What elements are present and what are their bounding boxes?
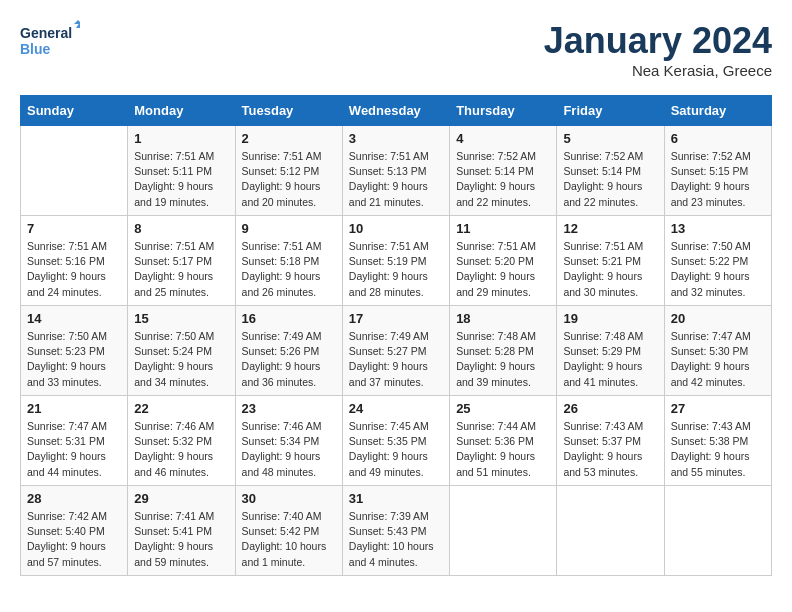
calendar-cell: 20 Sunrise: 7:47 AMSunset: 5:30 PMDaylig… [664,306,771,396]
day-info: Sunrise: 7:50 AMSunset: 5:23 PMDaylight:… [27,329,121,390]
calendar-cell: 1 Sunrise: 7:51 AMSunset: 5:11 PMDayligh… [128,126,235,216]
column-header-sunday: Sunday [21,96,128,126]
day-number: 25 [456,401,550,416]
day-info: Sunrise: 7:52 AMSunset: 5:14 PMDaylight:… [563,149,657,210]
day-number: 11 [456,221,550,236]
column-header-wednesday: Wednesday [342,96,449,126]
calendar-cell: 5 Sunrise: 7:52 AMSunset: 5:14 PMDayligh… [557,126,664,216]
day-number: 9 [242,221,336,236]
calendar-week-row: 7 Sunrise: 7:51 AMSunset: 5:16 PMDayligh… [21,216,772,306]
day-number: 28 [27,491,121,506]
day-number: 19 [563,311,657,326]
day-info: Sunrise: 7:52 AMSunset: 5:14 PMDaylight:… [456,149,550,210]
day-number: 4 [456,131,550,146]
calendar-cell [557,486,664,576]
day-number: 22 [134,401,228,416]
calendar-cell: 28 Sunrise: 7:42 AMSunset: 5:40 PMDaylig… [21,486,128,576]
calendar-cell: 2 Sunrise: 7:51 AMSunset: 5:12 PMDayligh… [235,126,342,216]
day-number: 12 [563,221,657,236]
day-info: Sunrise: 7:48 AMSunset: 5:29 PMDaylight:… [563,329,657,390]
column-header-saturday: Saturday [664,96,771,126]
day-info: Sunrise: 7:48 AMSunset: 5:28 PMDaylight:… [456,329,550,390]
day-info: Sunrise: 7:43 AMSunset: 5:38 PMDaylight:… [671,419,765,480]
day-info: Sunrise: 7:47 AMSunset: 5:30 PMDaylight:… [671,329,765,390]
day-number: 23 [242,401,336,416]
calendar-cell: 23 Sunrise: 7:46 AMSunset: 5:34 PMDaylig… [235,396,342,486]
calendar-table: SundayMondayTuesdayWednesdayThursdayFrid… [20,95,772,576]
day-info: Sunrise: 7:51 AMSunset: 5:20 PMDaylight:… [456,239,550,300]
day-number: 20 [671,311,765,326]
calendar-cell: 13 Sunrise: 7:50 AMSunset: 5:22 PMDaylig… [664,216,771,306]
day-info: Sunrise: 7:46 AMSunset: 5:34 PMDaylight:… [242,419,336,480]
day-info: Sunrise: 7:46 AMSunset: 5:32 PMDaylight:… [134,419,228,480]
calendar-cell: 17 Sunrise: 7:49 AMSunset: 5:27 PMDaylig… [342,306,449,396]
page-header: General Blue January 2024 Nea Kerasia, G… [20,20,772,79]
day-number: 16 [242,311,336,326]
calendar-week-row: 28 Sunrise: 7:42 AMSunset: 5:40 PMDaylig… [21,486,772,576]
calendar-cell: 8 Sunrise: 7:51 AMSunset: 5:17 PMDayligh… [128,216,235,306]
column-header-monday: Monday [128,96,235,126]
day-number: 15 [134,311,228,326]
calendar-week-row: 14 Sunrise: 7:50 AMSunset: 5:23 PMDaylig… [21,306,772,396]
calendar-cell: 27 Sunrise: 7:43 AMSunset: 5:38 PMDaylig… [664,396,771,486]
day-info: Sunrise: 7:51 AMSunset: 5:18 PMDaylight:… [242,239,336,300]
day-info: Sunrise: 7:43 AMSunset: 5:37 PMDaylight:… [563,419,657,480]
day-info: Sunrise: 7:47 AMSunset: 5:31 PMDaylight:… [27,419,121,480]
calendar-cell: 31 Sunrise: 7:39 AMSunset: 5:43 PMDaylig… [342,486,449,576]
calendar-cell: 18 Sunrise: 7:48 AMSunset: 5:28 PMDaylig… [450,306,557,396]
calendar-cell: 15 Sunrise: 7:50 AMSunset: 5:24 PMDaylig… [128,306,235,396]
calendar-cell: 11 Sunrise: 7:51 AMSunset: 5:20 PMDaylig… [450,216,557,306]
calendar-cell: 21 Sunrise: 7:47 AMSunset: 5:31 PMDaylig… [21,396,128,486]
svg-text:General: General [20,25,72,41]
day-info: Sunrise: 7:41 AMSunset: 5:41 PMDaylight:… [134,509,228,570]
logo-svg: General Blue [20,20,80,60]
calendar-cell: 14 Sunrise: 7:50 AMSunset: 5:23 PMDaylig… [21,306,128,396]
column-header-thursday: Thursday [450,96,557,126]
calendar-cell [450,486,557,576]
day-number: 29 [134,491,228,506]
calendar-cell [664,486,771,576]
day-info: Sunrise: 7:42 AMSunset: 5:40 PMDaylight:… [27,509,121,570]
calendar-cell: 22 Sunrise: 7:46 AMSunset: 5:32 PMDaylig… [128,396,235,486]
day-info: Sunrise: 7:51 AMSunset: 5:13 PMDaylight:… [349,149,443,210]
logo: General Blue [20,20,80,60]
calendar-week-row: 1 Sunrise: 7:51 AMSunset: 5:11 PMDayligh… [21,126,772,216]
calendar-header-row: SundayMondayTuesdayWednesdayThursdayFrid… [21,96,772,126]
calendar-cell: 3 Sunrise: 7:51 AMSunset: 5:13 PMDayligh… [342,126,449,216]
day-info: Sunrise: 7:49 AMSunset: 5:26 PMDaylight:… [242,329,336,390]
calendar-cell: 30 Sunrise: 7:40 AMSunset: 5:42 PMDaylig… [235,486,342,576]
calendar-cell: 16 Sunrise: 7:49 AMSunset: 5:26 PMDaylig… [235,306,342,396]
column-header-tuesday: Tuesday [235,96,342,126]
day-number: 27 [671,401,765,416]
day-number: 17 [349,311,443,326]
calendar-week-row: 21 Sunrise: 7:47 AMSunset: 5:31 PMDaylig… [21,396,772,486]
day-info: Sunrise: 7:51 AMSunset: 5:16 PMDaylight:… [27,239,121,300]
calendar-cell: 12 Sunrise: 7:51 AMSunset: 5:21 PMDaylig… [557,216,664,306]
day-number: 30 [242,491,336,506]
calendar-cell: 24 Sunrise: 7:45 AMSunset: 5:35 PMDaylig… [342,396,449,486]
day-info: Sunrise: 7:51 AMSunset: 5:19 PMDaylight:… [349,239,443,300]
day-info: Sunrise: 7:49 AMSunset: 5:27 PMDaylight:… [349,329,443,390]
calendar-cell: 9 Sunrise: 7:51 AMSunset: 5:18 PMDayligh… [235,216,342,306]
day-number: 6 [671,131,765,146]
day-info: Sunrise: 7:50 AMSunset: 5:22 PMDaylight:… [671,239,765,300]
day-info: Sunrise: 7:52 AMSunset: 5:15 PMDaylight:… [671,149,765,210]
day-number: 3 [349,131,443,146]
calendar-cell: 6 Sunrise: 7:52 AMSunset: 5:15 PMDayligh… [664,126,771,216]
day-info: Sunrise: 7:39 AMSunset: 5:43 PMDaylight:… [349,509,443,570]
day-number: 10 [349,221,443,236]
day-number: 26 [563,401,657,416]
day-number: 8 [134,221,228,236]
day-info: Sunrise: 7:50 AMSunset: 5:24 PMDaylight:… [134,329,228,390]
day-info: Sunrise: 7:51 AMSunset: 5:17 PMDaylight:… [134,239,228,300]
calendar-cell: 19 Sunrise: 7:48 AMSunset: 5:29 PMDaylig… [557,306,664,396]
day-number: 21 [27,401,121,416]
calendar-cell: 7 Sunrise: 7:51 AMSunset: 5:16 PMDayligh… [21,216,128,306]
calendar-cell: 26 Sunrise: 7:43 AMSunset: 5:37 PMDaylig… [557,396,664,486]
calendar-cell: 10 Sunrise: 7:51 AMSunset: 5:19 PMDaylig… [342,216,449,306]
day-info: Sunrise: 7:51 AMSunset: 5:11 PMDaylight:… [134,149,228,210]
day-info: Sunrise: 7:51 AMSunset: 5:12 PMDaylight:… [242,149,336,210]
day-info: Sunrise: 7:40 AMSunset: 5:42 PMDaylight:… [242,509,336,570]
day-number: 31 [349,491,443,506]
calendar-cell: 25 Sunrise: 7:44 AMSunset: 5:36 PMDaylig… [450,396,557,486]
